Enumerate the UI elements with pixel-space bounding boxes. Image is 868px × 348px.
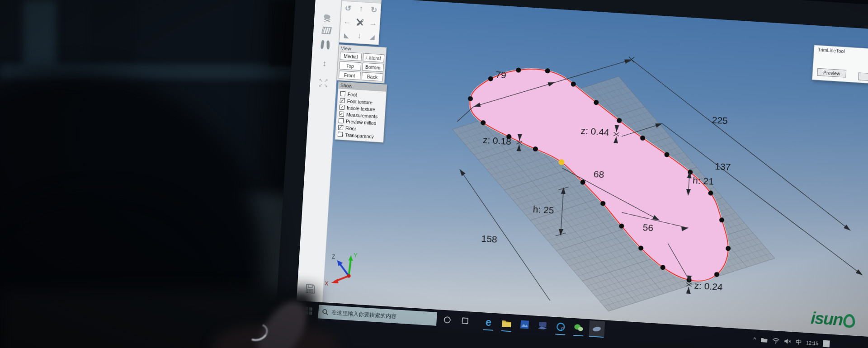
vertical-resize-icon[interactable]: ↕	[311, 58, 338, 69]
running-indicator	[555, 334, 565, 335]
axis-z-label: Z	[332, 254, 335, 260]
foreground-shadow	[0, 289, 316, 348]
running-indicator	[573, 335, 583, 336]
checkbox[interactable]: ✓	[340, 104, 345, 110]
isun-watermark-text: isun	[810, 309, 843, 329]
volume-muted-icon[interactable]	[784, 338, 792, 344]
taskbar-app-remote-display[interactable]	[534, 317, 551, 334]
view-back-button[interactable]: Back	[361, 72, 383, 81]
taskbar-app-edge[interactable]: e	[481, 314, 497, 331]
taskbar-app-photos[interactable]	[516, 316, 533, 333]
view-lateral-button[interactable]: Lateral	[363, 53, 385, 62]
checkbox[interactable]	[339, 118, 344, 123]
measurement: z: 0.44	[580, 125, 610, 137]
search-placeholder: 在这里输入你要搜索的内容	[331, 309, 397, 320]
pan-down-icon[interactable]: ↓	[353, 29, 366, 43]
measurement: h: 21	[693, 175, 714, 187]
browser-icon	[556, 322, 566, 332]
remote-display-icon	[538, 321, 548, 330]
axis-gizmo: Y Z X	[325, 250, 358, 288]
view-top-button[interactable]: Top	[339, 61, 361, 71]
door-blur	[24, 0, 56, 75]
expand-icon-bottom: ↙ ↘	[310, 82, 337, 89]
dialog-title: TrimLineTool	[814, 45, 868, 61]
rotate-ccw-icon[interactable]: ↺	[341, 1, 355, 15]
insole-cad-icon	[592, 325, 602, 332]
tray-folder-icon[interactable]	[760, 337, 768, 343]
show-panel: Show Foot ✓ Foot texture ✓ Insole textur…	[335, 81, 387, 143]
view-medial-button[interactable]: Medial	[340, 52, 362, 61]
running-indicator	[483, 329, 493, 330]
pan-left-icon[interactable]: ←	[340, 14, 354, 29]
measurement: 68	[593, 169, 604, 179]
person-shoulder	[0, 194, 226, 348]
insole-pair-icon[interactable]	[312, 39, 339, 51]
cortana-icon	[443, 315, 451, 324]
expand-icon[interactable]: ↖ ↗ ↙ ↘	[310, 77, 337, 89]
file-explorer-icon	[501, 319, 512, 328]
task-view-button[interactable]	[457, 312, 473, 329]
measurement: z: 0.24	[694, 280, 723, 292]
scissors-icon[interactable]: ✂	[314, 15, 340, 27]
wechat-icon	[574, 324, 584, 332]
clock-time: 12:15	[806, 340, 819, 346]
tools-icon[interactable]	[353, 15, 367, 30]
checkbox[interactable]: ✓	[340, 98, 345, 103]
edge-icon: e	[485, 316, 492, 329]
view-panel: View Medial Lateral Top Bottom Front Bac…	[337, 44, 387, 83]
measurement: 158	[481, 233, 497, 245]
taskbar-app-wechat[interactable]	[571, 320, 587, 337]
search-input[interactable]: 在这里输入你要搜索的内容	[318, 305, 437, 325]
save-icon[interactable]	[297, 282, 324, 295]
pan-up-icon[interactable]: ↑	[354, 2, 368, 16]
ring	[244, 321, 270, 344]
texture-icon[interactable]	[313, 26, 340, 36]
checkbox[interactable]	[338, 132, 343, 137]
rotate-cw-icon[interactable]: ↻	[367, 3, 381, 17]
tray-app-icon[interactable]	[823, 340, 830, 348]
ok-button[interactable]: OK	[858, 72, 868, 82]
search-icon	[322, 309, 329, 315]
checkbox[interactable]: ✓	[339, 111, 344, 117]
running-indicator	[501, 330, 511, 332]
shelf-blur	[0, 64, 326, 80]
taskbar-app-file-explorer[interactable]	[498, 315, 514, 332]
photos-icon	[520, 320, 529, 329]
isun-watermark: isun	[810, 309, 856, 330]
checkbox-label: Transparency	[345, 132, 374, 139]
measurement: h: 25	[533, 204, 554, 216]
ime-indicator[interactable]: 中	[795, 338, 802, 346]
start-button[interactable]	[305, 307, 312, 315]
checkbox-label: Foot	[347, 91, 357, 97]
checkbox[interactable]: ✓	[338, 125, 344, 130]
measurement: 225	[712, 114, 728, 126]
axis-y-label: Y	[354, 252, 358, 259]
screen: 79 225 137 68 158 56 z: 0.18 z: 0.44 h: …	[295, 0, 868, 348]
taskbar-app-insole-cad[interactable]	[589, 320, 605, 338]
wifi-icon[interactable]	[772, 338, 780, 343]
measurement: 56	[642, 222, 654, 233]
view-front-button[interactable]: Front	[339, 71, 361, 80]
photo-of-monitor: 79 225 137 68 158 56 z: 0.18 z: 0.44 h: …	[0, 0, 868, 348]
taskbar-app-browser[interactable]	[552, 318, 569, 335]
isun-logo-mark	[843, 314, 856, 328]
person-silhouette	[0, 72, 271, 348]
measurement: 79	[495, 69, 507, 80]
wall-frame	[90, 0, 135, 61]
cortana-button[interactable]	[439, 311, 455, 328]
tilt-right-icon[interactable]: ◢	[365, 30, 379, 44]
checkbox-label: Floor	[345, 125, 357, 131]
tray-chevron-icon[interactable]: ^	[753, 336, 756, 342]
view-bottom-button[interactable]: Bottom	[362, 62, 384, 72]
task-view-icon	[461, 317, 469, 324]
axis-x-label: X	[325, 280, 329, 287]
checkbox[interactable]	[340, 91, 345, 97]
active-indicator	[589, 336, 604, 338]
pan-right-icon[interactable]: →	[366, 16, 380, 31]
taskbar-clock[interactable]: 12:15	[806, 340, 819, 346]
tilt-left-icon[interactable]: ◣	[340, 28, 353, 42]
measurement: z: 0.18	[482, 135, 511, 147]
monitor-bezel: 79 225 137 68 158 56 z: 0.18 z: 0.44 h: …	[272, 0, 868, 348]
navigation-pad: ↺ ↑ ↻ ← → ◣ ↓ ◢	[339, 0, 382, 45]
preview-button[interactable]: Preview	[817, 68, 846, 78]
